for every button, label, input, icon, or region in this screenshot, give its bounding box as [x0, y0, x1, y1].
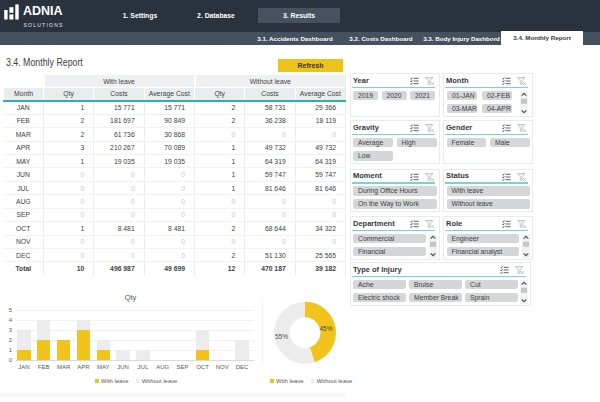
svg-text:55%: 55% [275, 333, 288, 340]
svg-text:45%: 45% [319, 325, 332, 332]
